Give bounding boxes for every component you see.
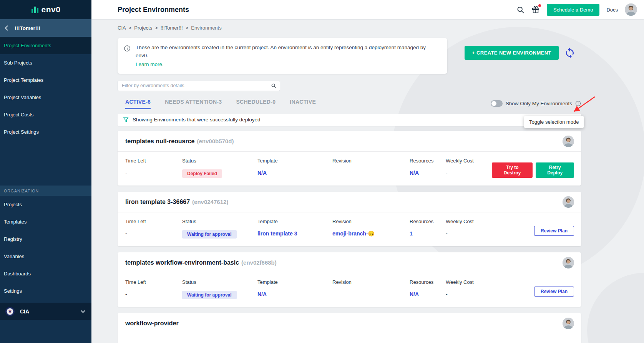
resources-value: N/A bbox=[410, 170, 419, 176]
sidebar-item-registry[interactable]: Registry bbox=[0, 230, 91, 248]
column-weekly-cost: Weekly Cost bbox=[446, 279, 492, 285]
environment-actions: Try to Destroy Retry Deploy bbox=[492, 162, 574, 178]
organization-switcher[interactable]: CIA bbox=[0, 303, 91, 320]
tab-scheduled[interactable]: SCHEDULED-0 bbox=[236, 99, 276, 109]
review-plan-button[interactable]: Review Plan bbox=[534, 287, 574, 297]
environment-owner-avatar bbox=[563, 136, 574, 147]
sidebar-item-variables[interactable]: Variables bbox=[0, 248, 91, 265]
breadcrumb-tomer[interactable]: !!!Tomer!!! bbox=[161, 25, 183, 31]
create-environment-button[interactable]: + CREATE NEW ENVIRONMENT bbox=[465, 46, 559, 60]
info-banner-text: These are the environments created in th… bbox=[136, 44, 439, 69]
search-icon bbox=[271, 83, 276, 88]
page: env0 !!!Tomer!!! Project Environments Su… bbox=[0, 0, 644, 343]
refresh-icon[interactable] bbox=[564, 47, 576, 59]
environment-owner-avatar bbox=[563, 196, 574, 208]
environment-name[interactable]: workflow-provider bbox=[125, 320, 179, 327]
tab-inactive[interactable]: INACTIVE bbox=[290, 99, 316, 109]
show-my-environments-toggle[interactable] bbox=[491, 100, 503, 107]
status-badge: Deploy Failed bbox=[182, 169, 222, 178]
docs-link[interactable]: Docs bbox=[606, 7, 618, 13]
sidebar-item-project-variables[interactable]: Project Variables bbox=[0, 89, 91, 106]
toggle-selection-tooltip: Toggle selection mode bbox=[524, 116, 584, 128]
env0-logo-text: env0 bbox=[41, 5, 61, 14]
project-name: !!!Tomer!!! bbox=[15, 25, 40, 31]
search-icon[interactable] bbox=[516, 6, 524, 14]
sidebar-item-dashboards[interactable]: Dashboards bbox=[0, 265, 91, 282]
info-icon bbox=[124, 45, 131, 69]
environment-id: (env0247612) bbox=[192, 199, 228, 205]
organization-name: CIA bbox=[20, 308, 76, 315]
notification-dot bbox=[538, 4, 541, 7]
column-template: Template bbox=[257, 158, 332, 164]
breadcrumb-environments: Environments bbox=[191, 25, 221, 31]
sidebar: env0 !!!Tomer!!! Project Environments Su… bbox=[0, 0, 91, 343]
page-title: Project Environments bbox=[118, 6, 189, 14]
learn-more-link[interactable]: Learn more. bbox=[136, 61, 164, 69]
resources-value: N/A bbox=[410, 291, 419, 297]
chevron-down-icon bbox=[81, 310, 85, 313]
environment-name[interactable]: templates null-reousrce bbox=[125, 138, 195, 145]
weekly-cost-value: - bbox=[446, 230, 448, 237]
project-switcher[interactable]: !!!Tomer!!! bbox=[0, 19, 91, 37]
tab-needs-attention[interactable]: NEEDS ATTENTION-3 bbox=[165, 99, 222, 109]
env0-logo: env0 bbox=[0, 0, 91, 19]
weekly-cost-value: - bbox=[446, 291, 448, 297]
environment-header: workflow-provider bbox=[118, 313, 581, 333]
sidebar-item-sub-projects[interactable]: Sub Projects bbox=[0, 54, 91, 71]
column-resources: Resources bbox=[410, 158, 446, 164]
column-template: Template bbox=[257, 279, 332, 285]
review-plan-button[interactable]: Review Plan bbox=[534, 226, 574, 236]
column-resources: Resources bbox=[410, 219, 446, 224]
environment-details: Time Left- StatusWaiting for approval Te… bbox=[118, 273, 581, 307]
tab-active[interactable]: ACTIVE-6 bbox=[125, 99, 151, 109]
environment-id: (env00b570d) bbox=[197, 138, 234, 144]
background-circle bbox=[587, 273, 644, 343]
create-group: + CREATE NEW ENVIRONMENT bbox=[465, 46, 576, 60]
environment-id: (env02f668b) bbox=[241, 259, 277, 266]
back-chevron-icon[interactable] bbox=[5, 25, 8, 31]
breadcrumb-separator: > bbox=[129, 25, 132, 31]
info-icon[interactable] bbox=[575, 101, 581, 106]
sidebar-item-templates[interactable]: Templates bbox=[0, 213, 91, 230]
environment-name[interactable]: templates workflow-environment-basic bbox=[125, 259, 239, 266]
environment-name[interactable]: liron template 3-36667 bbox=[125, 199, 190, 205]
template-link[interactable]: liron template 3 bbox=[257, 230, 297, 237]
environment-card: templates workflow-environment-basic (en… bbox=[118, 252, 581, 307]
sidebar-item-settings[interactable]: Settings bbox=[0, 282, 91, 300]
env0-logo-icon bbox=[31, 6, 39, 13]
environment-header: templates workflow-environment-basic (en… bbox=[118, 252, 581, 273]
filter-input[interactable] bbox=[122, 83, 271, 88]
retry-deploy-button[interactable]: Retry Deploy bbox=[536, 162, 574, 178]
organization-section-label: ORGANIZATION bbox=[0, 186, 91, 196]
gift-icon[interactable] bbox=[531, 5, 540, 14]
breadcrumb-cia[interactable]: CIA bbox=[118, 25, 126, 31]
environment-actions: Review Plan bbox=[534, 287, 574, 297]
sidebar-item-project-costs[interactable]: Project Costs bbox=[0, 106, 91, 123]
filter-status-message: Showing Environments that were successfu… bbox=[133, 117, 260, 123]
sidebar-item-project-settings[interactable]: Project Settings bbox=[0, 123, 91, 141]
revision-link[interactable]: emoji-branch-😊 bbox=[332, 230, 375, 237]
sidebar-item-projects[interactable]: Projects bbox=[0, 196, 91, 213]
try-to-destroy-button[interactable]: Try to Destroy bbox=[492, 162, 533, 178]
schedule-demo-button[interactable]: Schedule a Demo bbox=[547, 4, 599, 16]
topbar: Project Environments Schedule a Demo Doc… bbox=[91, 0, 644, 19]
resources-value: 1 bbox=[410, 230, 413, 237]
column-template: Template bbox=[257, 219, 332, 224]
filter-status-bar: Showing Environments that were successfu… bbox=[118, 114, 581, 126]
project-menu: Project Environments Sub Projects Projec… bbox=[0, 37, 91, 141]
tabs: ACTIVE-6 NEEDS ATTENTION-3 SCHEDULED-0 I… bbox=[118, 99, 581, 109]
environment-card: liron template 3-36667 (env0247612) Time… bbox=[118, 192, 581, 246]
breadcrumb: CIA > Projects > !!!Tomer!!! > Environme… bbox=[118, 19, 581, 31]
sidebar-item-project-environments[interactable]: Project Environments bbox=[0, 37, 91, 54]
user-avatar[interactable] bbox=[625, 3, 637, 16]
time-left-value: - bbox=[125, 291, 127, 297]
info-row: These are the environments created in th… bbox=[118, 38, 581, 74]
environment-header: liron template 3-36667 (env0247612) bbox=[118, 192, 581, 212]
breadcrumb-projects[interactable]: Projects bbox=[134, 25, 152, 31]
column-time-left: Time Left bbox=[125, 219, 182, 224]
toggle-label: Show Only My Environments bbox=[506, 101, 572, 106]
sidebar-item-project-templates[interactable]: Project Templates bbox=[0, 71, 91, 89]
environment-owner-avatar bbox=[563, 257, 574, 268]
environment-owner-avatar bbox=[563, 318, 574, 329]
info-banner-sentence: These are the environments created in th… bbox=[136, 45, 426, 58]
